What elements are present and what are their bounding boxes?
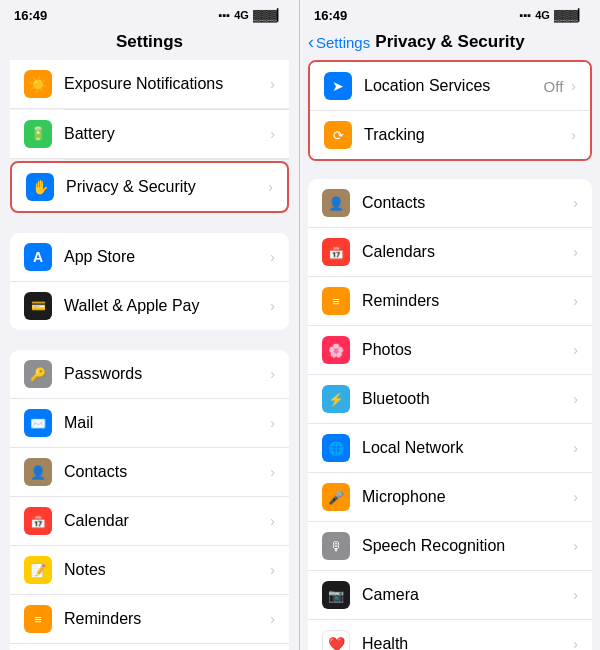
photos-privacy-label: Photos: [362, 341, 569, 359]
section-appstore: A App Store › 💳 Wallet & Apple Pay ›: [10, 233, 289, 330]
right-time: 16:49: [314, 8, 347, 23]
reminders-privacy-label: Reminders: [362, 292, 569, 310]
list-item-notes[interactable]: 📝 Notes ›: [10, 546, 289, 595]
microphone-privacy-label: Microphone: [362, 488, 569, 506]
network-type: 4G: [234, 9, 249, 21]
list-item-bluetooth-privacy[interactable]: ⚡ Bluetooth ›: [308, 375, 592, 424]
right-title: Privacy & Security: [375, 32, 524, 52]
localnetwork-privacy-icon: 🌐: [322, 434, 350, 462]
right-status-bar: 16:49 ▪▪▪ 4G ▓▓▓▏: [300, 0, 600, 28]
bluetooth-privacy-label: Bluetooth: [362, 390, 569, 408]
list-item-reminders[interactable]: ≡ Reminders ›: [10, 595, 289, 644]
list-item-photos-privacy[interactable]: 🌸 Photos ›: [308, 326, 592, 375]
battery-icon-item: 🔋: [24, 120, 52, 148]
list-item-localnetwork-privacy[interactable]: 🌐 Local Network ›: [308, 424, 592, 473]
right-status-icons: ▪▪▪ 4G ▓▓▓▏: [520, 9, 586, 22]
contacts-icon: 👤: [24, 458, 52, 486]
signal-icon: ▪▪▪: [219, 9, 231, 21]
notes-label: Notes: [64, 561, 266, 579]
contacts-privacy-label: Contacts: [362, 194, 569, 212]
speechreco-privacy-icon: 🎙: [322, 532, 350, 560]
right-network-type: 4G: [535, 9, 550, 21]
right-battery-icon: ▓▓▓▏: [554, 9, 586, 22]
tracking-chevron: ›: [571, 127, 576, 143]
back-chevron-icon: ‹: [308, 32, 314, 53]
right-nav-header: ‹ Settings Privacy & Security: [300, 28, 600, 60]
battery-chevron: ›: [270, 126, 275, 142]
location-value: Off: [544, 78, 564, 95]
appstore-icon: A: [24, 243, 52, 271]
left-settings-list[interactable]: ☀️ Exposure Notifications › 🔋 Battery › …: [0, 60, 299, 650]
appstore-label: App Store: [64, 248, 266, 266]
notes-icon: 📝: [24, 556, 52, 584]
exposure-icon: ☀️: [24, 70, 52, 98]
list-item-passwords[interactable]: 🔑 Passwords ›: [10, 350, 289, 399]
list-item-health-privacy[interactable]: ❤️ Health ›: [308, 620, 592, 650]
calendar-icon: 📅: [24, 507, 52, 535]
left-status-bar: 16:49 ▪▪▪ 4G ▓▓▓▏: [0, 0, 299, 28]
list-item-reminders-privacy[interactable]: ≡ Reminders ›: [308, 277, 592, 326]
privacy-icon: ✋: [26, 173, 54, 201]
location-icon: ➤: [324, 72, 352, 100]
speechreco-privacy-label: Speech Recognition: [362, 537, 569, 555]
list-item-appstore[interactable]: A App Store ›: [10, 233, 289, 282]
contacts-privacy-icon: 👤: [322, 189, 350, 217]
left-time: 16:49: [14, 8, 47, 23]
list-item-voicememos[interactable]: 🎙️ Voice Memos ›: [10, 644, 289, 650]
exposure-label: Exposure Notifications: [64, 75, 266, 93]
back-button[interactable]: ‹ Settings: [308, 32, 370, 53]
list-item-microphone-privacy[interactable]: 🎤 Microphone ›: [308, 473, 592, 522]
right-panel: 16:49 ▪▪▪ 4G ▓▓▓▏ ‹ Settings Privacy & S…: [300, 0, 600, 650]
back-label: Settings: [316, 34, 370, 51]
health-privacy-label: Health: [362, 635, 569, 650]
list-item-exposure[interactable]: ☀️ Exposure Notifications ›: [10, 60, 289, 109]
list-item-calendar[interactable]: 📅 Calendar ›: [10, 497, 289, 546]
left-nav-header: Settings: [0, 28, 299, 60]
location-label: Location Services: [364, 77, 544, 95]
wallet-label: Wallet & Apple Pay: [64, 297, 266, 315]
left-panel: 16:49 ▪▪▪ 4G ▓▓▓▏ Settings ☀️ Exposure N…: [0, 0, 300, 650]
appstore-chevron: ›: [270, 249, 275, 265]
privacy-chevron: ›: [268, 179, 273, 195]
mail-icon: ✉️: [24, 409, 52, 437]
passwords-label: Passwords: [64, 365, 266, 383]
section-apps: 🔑 Passwords › ✉️ Mail › 👤 Contacts › 📅 C…: [10, 350, 289, 650]
list-item-speechreco-privacy[interactable]: 🎙 Speech Recognition ›: [308, 522, 592, 571]
camera-privacy-label: Camera: [362, 586, 569, 604]
exposure-chevron: ›: [270, 76, 275, 92]
right-signal-icon: ▪▪▪: [520, 9, 532, 21]
passwords-icon: 🔑: [24, 360, 52, 388]
localnetwork-privacy-label: Local Network: [362, 439, 569, 457]
list-item-battery[interactable]: 🔋 Battery ›: [10, 110, 289, 159]
mail-label: Mail: [64, 414, 266, 432]
privacy-list[interactable]: ➤ Location Services Off › ⟳ Tracking › 👤…: [300, 60, 600, 650]
list-item-calendars-privacy[interactable]: 📅 Calendars ›: [308, 228, 592, 277]
list-item-privacy[interactable]: ✋ Privacy & Security ›: [10, 161, 289, 213]
tracking-label: Tracking: [364, 126, 567, 144]
health-privacy-icon: ❤️: [322, 630, 350, 650]
calendars-privacy-label: Calendars: [362, 243, 569, 261]
microphone-privacy-icon: 🎤: [322, 483, 350, 511]
wallet-chevron: ›: [270, 298, 275, 314]
contacts-label: Contacts: [64, 463, 266, 481]
left-title: Settings: [14, 32, 285, 52]
reminders-icon: ≡: [24, 605, 52, 633]
location-chevron: ›: [571, 78, 576, 94]
list-item-contacts[interactable]: 👤 Contacts ›: [10, 448, 289, 497]
privacy-label: Privacy & Security: [66, 178, 264, 196]
list-item-wallet[interactable]: 💳 Wallet & Apple Pay ›: [10, 282, 289, 330]
list-item-camera-privacy[interactable]: 📷 Camera ›: [308, 571, 592, 620]
location-section-wrapper: ➤ Location Services Off › ⟳ Tracking ›: [308, 60, 592, 161]
list-item-tracking[interactable]: ⟳ Tracking ›: [310, 111, 590, 159]
battery-icon: ▓▓▓▏: [253, 9, 285, 22]
list-item-mail[interactable]: ✉️ Mail ›: [10, 399, 289, 448]
tracking-icon: ⟳: [324, 121, 352, 149]
list-item-location[interactable]: ➤ Location Services Off ›: [310, 62, 590, 111]
calendar-label: Calendar: [64, 512, 266, 530]
privacy-apps-section: 👤 Contacts › 📅 Calendars › ≡ Reminders ›…: [308, 179, 592, 650]
reminders-privacy-icon: ≡: [322, 287, 350, 315]
bluetooth-privacy-icon: ⚡: [322, 385, 350, 413]
list-item-contacts-privacy[interactable]: 👤 Contacts ›: [308, 179, 592, 228]
camera-privacy-icon: 📷: [322, 581, 350, 609]
photos-privacy-icon: 🌸: [322, 336, 350, 364]
